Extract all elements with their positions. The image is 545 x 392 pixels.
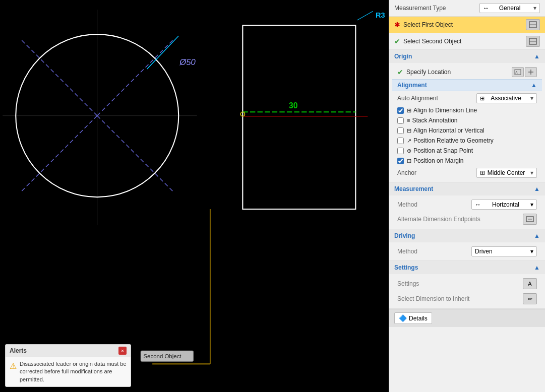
checkbox-stack-annotation: ≡ Stack Annotation [392,115,542,125]
alt-dim-label: Alternate Dimension Endpoints [397,216,480,223]
measurement-section: Measurement ▲ Method ↔ Horizontal ▾ Alte… [389,182,545,229]
origin-title: Origin [394,53,412,60]
select-second-object-row[interactable]: ✔ Select Second Object [389,33,545,50]
svg-line-6 [21,40,97,116]
auto-alignment-select[interactable]: ⊞ Associative ▾ [476,93,537,103]
settings-text-icon-button[interactable]: A [523,278,537,289]
method-icon: ↔ [475,201,481,208]
driving-section-header[interactable]: Driving ▲ [389,229,545,242]
measurement-section-header[interactable]: Measurement ▲ [389,182,545,195]
first-object-label: Select First Object [403,21,453,28]
driving-collapse-icon: ▲ [534,232,540,239]
first-object-icon-button[interactable] [526,19,540,30]
settings-label-text: Settings [397,280,419,287]
align-horiz-vert-icon: ⊟ [407,127,411,134]
origin-section-content: ✔ Specify Location A Alignment [389,63,545,182]
position-relative-checkbox[interactable] [397,138,404,144]
position-snap-checkbox[interactable] [397,148,404,154]
anchor-row: Anchor ⊞ Middle Center ▾ [392,166,542,180]
select-first-object-row[interactable]: ✱ Select First Object [389,17,545,33]
select-dim-inherit-row: Select Dimension to Inherit ✏ [392,291,542,306]
stack-annotation-checkbox[interactable] [397,117,404,124]
stack-annotation-icon: ≡ [407,117,410,123]
align-dim-line-icon: ⊞ [407,107,411,114]
second-object-label: Select Second Object [403,38,461,45]
align-horiz-vert-checkbox[interactable] [397,127,404,134]
svg-rect-9 [243,25,355,209]
checkbox-position-relative: ↗ Position Relative to Geometry [392,136,542,146]
select-dim-inherit-label: Select Dimension to Inherit [397,295,469,302]
anchor-select[interactable]: ⊞ Middle Center ▾ [476,168,537,178]
details-tab-label: Details [409,315,428,322]
svg-line-7 [147,36,179,69]
check-icon: ✔ [394,37,400,45]
details-icon: 🔷 [399,314,407,322]
anchor-label: Anchor [397,169,416,176]
alignment-title: Alignment [397,82,427,89]
alert-close-button[interactable]: × [118,347,127,355]
method-label: Method [397,201,417,208]
alert-title: Alerts [10,347,27,354]
settings-title: Settings [394,264,418,271]
associative-icon: ⊞ [480,95,485,102]
position-relative-icon: ↗ [407,138,411,144]
driving-method-select[interactable]: Driven ▾ [471,246,537,256]
details-tab-button[interactable]: 🔷 Details [394,312,432,324]
measurement-type-select[interactable]: ↔ General ▾ [479,3,540,13]
specify-location-label: Specify Location [406,69,451,76]
measurement-type-label: Measurement Type [394,5,446,12]
method-row: Method ↔ Horizontal ▾ [392,198,542,212]
position-margin-label: ⊡ Position on Margin [407,157,463,164]
chevron-down-icon-5: ▾ [530,248,533,255]
select-dim-inherit-button[interactable]: ✏ [523,293,537,304]
position-snap-label: ⊕ Position at Snap Point [407,147,473,154]
cad-canvas[interactable]: Ø50 30 R3 Second Object [0,0,389,392]
auto-alignment-row: Auto Alignment ⊞ Associative ▾ [392,91,542,105]
specify-location-text-icon[interactable]: A [512,67,524,77]
auto-alignment-value: Associative [491,95,521,102]
svg-text:R3: R3 [376,11,385,19]
position-margin-icon: ⊡ [407,158,411,164]
driving-section: Driving ▲ Method Driven ▾ [389,229,545,261]
method-value: Horizontal [492,201,519,208]
chevron-down-icon-4: ▾ [530,201,533,208]
svg-text:Second Object: Second Object [143,353,181,359]
settings-section-header[interactable]: Settings ▲ [389,261,545,274]
specify-location-left: ✔ Specify Location [397,68,451,76]
alert-message: Disassociated leader or origin data must… [20,360,127,383]
specify-location-icons: A [512,67,537,77]
measurement-section-content: Method ↔ Horizontal ▾ Alternate Dimensio… [389,195,545,229]
alert-box: Alerts × ⚠ Disassociated leader or origi… [5,344,131,387]
specify-location-cross-icon[interactable] [525,67,537,77]
chevron-down-icon-3: ▾ [530,169,533,176]
origin-section: Origin ▲ ✔ Specify Location A [389,50,545,182]
position-snap-icon: ⊕ [407,148,411,154]
auto-alignment-label: Auto Alignment [397,95,438,102]
svg-line-3 [97,40,173,116]
origin-section-header[interactable]: Origin ▲ [389,50,545,63]
warning-icon: ⚠ [10,361,17,383]
svg-text:A: A [515,71,518,74]
chevron-down-icon: ▾ [533,5,536,12]
alert-header: Alerts × [6,345,131,357]
specify-location-row: ✔ Specify Location A [392,65,542,79]
settings-section: Settings ▲ Settings A Select Dimension t… [389,261,545,309]
anchor-icon: ⊞ [480,169,485,176]
driving-title: Driving [394,232,415,239]
alignment-collapse-icon: ▲ [531,82,537,89]
align-dim-line-label: ⊞ Align to Dimension Line [407,107,477,114]
align-dim-line-checkbox[interactable] [397,107,404,114]
measurement-type-icon: ↔ [483,5,489,12]
measurement-type-row: Measurement Type ↔ General ▾ [389,0,545,17]
settings-section-content: Settings A Select Dimension to Inherit ✏ [389,274,545,308]
svg-line-4 [21,116,97,192]
position-margin-checkbox[interactable] [397,158,404,164]
alt-dim-button[interactable] [523,214,537,225]
second-object-icon-button[interactable] [526,36,540,47]
method-select[interactable]: ↔ Horizontal ▾ [471,200,537,210]
stack-annotation-label: ≡ Stack Annotation [407,117,458,124]
settings-label-row: Settings A [392,276,542,291]
details-tab-area: 🔷 Details [389,309,545,327]
alignment-header[interactable]: Alignment ▲ [392,79,542,91]
checkbox-align-dim-line: ⊞ Align to Dimension Line [392,105,542,115]
